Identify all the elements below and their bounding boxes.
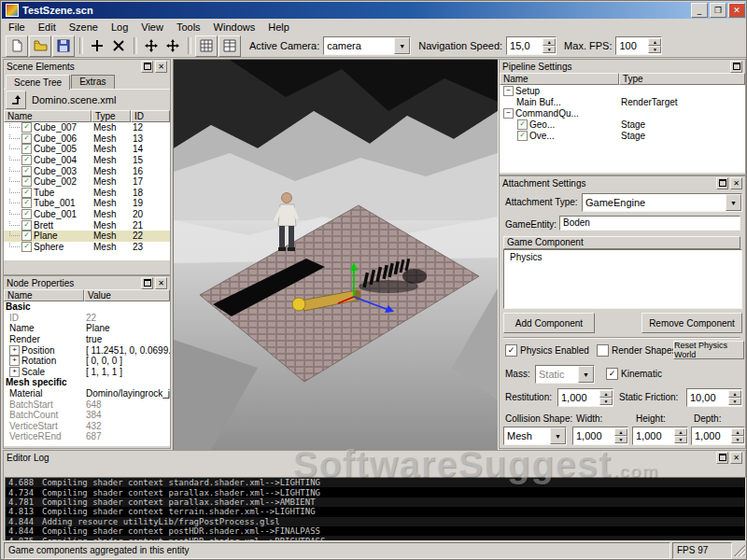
pipeline-row[interactable]: ✓Geo...Stage bbox=[500, 119, 745, 130]
scene-tree-body[interactable]: ✓Cube_007Mesh12✓Cube_006Mesh13✓Cube_005M… bbox=[4, 122, 170, 260]
scene-tree-row[interactable]: ✓Cube_006Mesh13 bbox=[4, 133, 170, 145]
property-row[interactable]: +Scale[ 1, 1, 1 ] bbox=[4, 367, 170, 378]
game-component-header[interactable]: Game Component bbox=[503, 236, 740, 249]
spinner-arrows[interactable]: ▲▼ bbox=[728, 390, 741, 405]
node-properties-titlebar[interactable]: Node Properties ✕ bbox=[4, 276, 170, 289]
spinner-arrows[interactable]: ▲▼ bbox=[614, 428, 627, 443]
attachment-type-select[interactable]: GameEngine ▼ bbox=[582, 193, 742, 212]
spinner-arrows[interactable]: ▲▼ bbox=[543, 38, 556, 53]
col-id[interactable]: ID bbox=[131, 110, 170, 122]
restitution-spinner[interactable]: 1,000 ▲▼ bbox=[557, 388, 613, 407]
mass-select[interactable]: Static ▼ bbox=[535, 365, 595, 384]
col-pipe-name[interactable]: Name bbox=[500, 73, 619, 85]
dock-float-icon[interactable] bbox=[141, 277, 153, 289]
scene-elements-titlebar[interactable]: Scene Elements ✕ bbox=[4, 60, 170, 73]
remove-component-button[interactable]: Remove Component bbox=[641, 313, 742, 333]
checkbox-checked-icon[interactable]: ✓ bbox=[21, 231, 32, 241]
depth-spinner[interactable]: 1,000 ▲▼ bbox=[691, 427, 745, 445]
spin-down-icon[interactable]: ▼ bbox=[674, 436, 687, 443]
component-list-item[interactable]: Physics bbox=[504, 250, 741, 264]
property-row[interactable]: +Position[ 11.2451, 0, 0.0699... bbox=[4, 344, 170, 356]
spin-down-icon[interactable]: ▼ bbox=[614, 436, 627, 443]
expand-plus-icon[interactable]: + bbox=[9, 367, 20, 377]
spin-down-icon[interactable]: ▼ bbox=[648, 46, 661, 53]
kinematic-checkbox[interactable]: ✓ bbox=[606, 368, 618, 380]
new-file-button[interactable] bbox=[6, 35, 28, 57]
pipeline-row[interactable]: −Setup bbox=[500, 85, 745, 96]
collapse-minus-icon[interactable]: − bbox=[503, 86, 514, 96]
checkbox-checked-icon[interactable]: ✓ bbox=[21, 176, 32, 187]
dock-float-icon[interactable] bbox=[716, 177, 728, 189]
spin-down-icon[interactable]: ▼ bbox=[543, 46, 556, 53]
width-spinner[interactable]: 1,000 ▲▼ bbox=[572, 427, 628, 445]
node-properties-body[interactable]: BasicID22NamePlaneRendertrue+Position[ 1… bbox=[4, 301, 170, 446]
checkbox-checked-icon[interactable]: ✓ bbox=[21, 198, 32, 208]
maximize-button[interactable]: ❐ bbox=[710, 3, 726, 18]
pipeline-body[interactable]: −SetupMain Buf...RenderTarget−CommandQu.… bbox=[500, 85, 745, 173]
checkbox-checked-icon[interactable]: ✓ bbox=[21, 166, 32, 176]
add-component-button[interactable]: Add Component bbox=[503, 313, 595, 333]
menu-item-file[interactable]: File bbox=[2, 20, 32, 35]
scene-tree-row[interactable]: ✓BrettMesh21 bbox=[4, 219, 170, 231]
checkbox-checked-icon[interactable]: ✓ bbox=[517, 131, 528, 141]
col-pipe-type[interactable]: Type bbox=[619, 73, 745, 85]
chevron-down-icon[interactable]: ▼ bbox=[550, 427, 566, 444]
menu-item-log[interactable]: Log bbox=[105, 20, 134, 35]
scene-up-button[interactable] bbox=[6, 91, 26, 109]
scene-tree-row[interactable]: ✓Cube_007Mesh12 bbox=[4, 122, 170, 133]
log-line[interactable]: 4.813Compiling shader context terrain.sh… bbox=[6, 507, 745, 516]
scene-tree-row[interactable]: ✓Cube_003Mesh16 bbox=[4, 165, 170, 176]
property-row[interactable]: Mesh specific bbox=[4, 377, 170, 388]
viewport-3d[interactable] bbox=[173, 59, 499, 451]
property-row[interactable]: +Rotation[ 0, 0, 0 ] bbox=[4, 356, 170, 367]
game-entity-field[interactable]: Boden bbox=[559, 216, 740, 231]
collision-shape-select[interactable]: Mesh ▼ bbox=[503, 427, 567, 445]
spinner-arrows[interactable]: ▲▼ bbox=[731, 428, 744, 443]
property-row[interactable]: NamePlane bbox=[4, 323, 170, 334]
property-row[interactable]: VerticeStart432 bbox=[4, 421, 170, 432]
scene-tree-row[interactable]: ✓Cube_005Mesh14 bbox=[4, 144, 170, 155]
save-button[interactable] bbox=[52, 35, 75, 57]
component-list[interactable]: Physics bbox=[503, 249, 742, 309]
dock-float-icon[interactable] bbox=[141, 61, 153, 73]
collapse-minus-icon[interactable]: − bbox=[503, 108, 514, 119]
tab-scene-tree[interactable]: Scene Tree bbox=[6, 75, 70, 90]
spin-up-icon[interactable]: ▲ bbox=[648, 38, 661, 46]
spin-down-icon[interactable]: ▼ bbox=[728, 398, 741, 405]
scene-tree-row[interactable]: ✓PlaneMesh22 bbox=[4, 231, 170, 242]
spinner-arrows[interactable]: ▲▼ bbox=[674, 428, 687, 443]
dock-close-icon[interactable]: ✕ bbox=[155, 61, 167, 73]
spin-up-icon[interactable]: ▲ bbox=[614, 428, 627, 436]
dock-close-icon[interactable]: ✕ bbox=[730, 452, 742, 464]
chevron-down-icon[interactable]: ▼ bbox=[578, 366, 594, 383]
reset-physics-button[interactable]: Reset Physics World bbox=[673, 341, 744, 359]
scene-tree-row[interactable]: ✓Tube_001Mesh19 bbox=[4, 198, 170, 209]
dock-close-icon[interactable]: ✕ bbox=[155, 277, 167, 289]
physics-enabled-checkbox[interactable]: ✓ bbox=[505, 344, 517, 357]
menu-item-edit[interactable]: Edit bbox=[32, 20, 63, 35]
property-row[interactable]: ID22 bbox=[4, 313, 170, 324]
col-type[interactable]: Type bbox=[92, 110, 131, 122]
spin-down-icon[interactable]: ▼ bbox=[731, 436, 744, 443]
editor-log-titlebar[interactable]: Editor Log ✕ bbox=[4, 451, 745, 464]
log-line[interactable]: 4.844Adding resource utilityLib/fragPost… bbox=[6, 517, 745, 526]
checkbox-checked-icon[interactable]: ✓ bbox=[21, 144, 32, 154]
grid-view-button[interactable] bbox=[195, 35, 218, 57]
scale-tool-button[interactable] bbox=[108, 36, 129, 56]
pipeline-row[interactable]: ✓Ove...Stage bbox=[500, 130, 745, 141]
nav-speed-spinner[interactable]: 15,0 ▲▼ bbox=[506, 36, 557, 55]
property-row[interactable]: Rendertrue bbox=[4, 334, 170, 345]
height-spinner[interactable]: 1,000 ▲▼ bbox=[632, 427, 688, 445]
scene-tree-row[interactable]: ✓Cube_001Mesh20 bbox=[4, 209, 170, 220]
property-row[interactable]: MaterialDomino/layingrock_jp... bbox=[4, 388, 170, 399]
rotate-tool-button[interactable] bbox=[162, 36, 183, 56]
log-line[interactable]: 4.844Compiling shader context postHDR.sh… bbox=[6, 526, 745, 536]
menu-item-tools[interactable]: Tools bbox=[170, 20, 207, 35]
dock-close-icon[interactable]: ✕ bbox=[730, 177, 742, 189]
scene-tree-row[interactable]: ✓SphereMesh23 bbox=[4, 242, 170, 253]
pipeline-row[interactable]: Main Buf...RenderTarget bbox=[500, 96, 745, 107]
open-file-button[interactable] bbox=[29, 35, 51, 57]
checkbox-checked-icon[interactable]: ✓ bbox=[21, 242, 32, 252]
property-row[interactable]: BatchStart648 bbox=[4, 399, 170, 410]
scene-tree-row[interactable]: ✓Cube_002Mesh17 bbox=[4, 176, 170, 188]
